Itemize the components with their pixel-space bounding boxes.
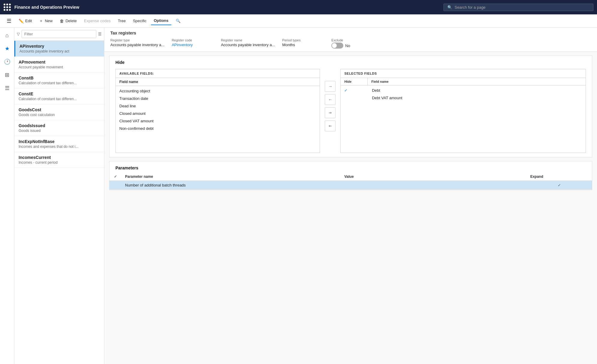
parameters-section: Parameters ✓ Parameter name Value Expand… [109,161,592,190]
period-types-value: Months [282,43,324,47]
move-all-left-button[interactable]: ⇐ [325,121,336,131]
list-item[interactable]: ConstBCalculation of constant tax differ… [14,73,104,88]
fields-layout: AVAILABLE FIELDS: Field name Accounting … [109,65,592,157]
selected-field-name: Debt VAT amount [372,96,582,100]
apps-icon[interactable] [4,4,11,11]
params-check-col: ✓ [109,173,121,181]
param-value[interactable] [341,181,527,190]
selected-fields-columns: Hide Field name [341,78,586,85]
register-code-value: APinventory [172,43,214,47]
exclude-label: Exclude [331,38,350,42]
list-item-sub: Incomes - current period [19,160,100,165]
detail-panel: Tax registers Register type Accounts pay… [104,28,597,364]
available-field-item[interactable]: Closed amount [116,110,320,117]
nav-grid-icon[interactable]: ⊞ [2,70,13,80]
list-item[interactable]: IncExpNotInfBaseIncomes and expenses tha… [14,136,104,152]
hide-section: Hide AVAILABLE FIELDS: Field name Accoun… [109,55,592,157]
arrow-buttons: → ← ⇒ ⇐ [325,69,336,131]
list-item[interactable]: GoodsIssuedGoods issued [14,120,104,136]
search-cmd-button[interactable]: 🔍 [173,17,184,25]
selected-fields-header: SELECTED FIELDS [341,69,586,78]
expense-codes-button[interactable]: Expense codes [81,17,114,25]
nav-recent-icon[interactable]: 🕐 [2,56,13,67]
header-fields: Register type Accounts payable inventory… [110,38,591,52]
list-item[interactable]: GoodsCostGoods cost calculation [14,104,104,120]
register-code-label: Register code [172,38,214,42]
list-item-sub: Calculation of constant tax differen... [19,97,100,101]
command-bar: ☰ ✏️ Edit ＋ New 🗑 Delete Expense codes T… [0,14,597,28]
nav-home-icon[interactable]: ⌂ [2,30,13,41]
tax-registers-title: Tax registers [110,31,591,35]
available-field-item[interactable]: Transaction date [116,95,320,102]
options-button[interactable]: Options [151,16,172,25]
search-placeholder: Search for a page [455,5,485,10]
detail-header: Tax registers Register type Accounts pay… [104,28,597,52]
list-item-title: GoodsIssued [19,123,100,128]
available-fields-list: Accounting objectTransaction dateDead li… [116,86,320,133]
edit-button[interactable]: ✏️ Edit [16,17,35,25]
new-button[interactable]: ＋ New [36,16,55,25]
parameters-table: ✓ Parameter name Value Expand Number of … [109,173,592,190]
list-item-sub: Goods cost calculation [19,113,100,117]
list-item-title: IncomesCurrent [19,155,100,160]
hamburger-button[interactable]: ☰ [4,16,14,26]
side-nav: ⌂ ★ 🕐 ⊞ ☰ [0,28,14,364]
register-type-label: Register type [110,38,165,42]
register-type-value: Accounts payable inventory a... [110,43,165,47]
period-types-field: Period types Months [282,38,324,49]
param-check [109,181,121,190]
list-item-sub: Account payable movement [19,65,100,69]
param-expand: ✓ [527,181,592,190]
search-icon: 🔍 [447,5,452,10]
edit-icon: ✏️ [19,19,24,23]
selected-field-item[interactable]: ✓Debt [341,87,586,94]
specific-button[interactable]: Specific [130,17,150,25]
move-left-button[interactable]: ← [325,94,336,105]
list-item-sub: Incomes and expenses that do not i... [19,145,100,149]
register-type-field: Register type Accounts payable inventory… [110,38,165,49]
list-item-sub: Accounts payable inventory act [19,49,100,53]
hide-check-mark: ✓ [344,88,368,93]
delete-button[interactable]: 🗑 Delete [57,17,80,25]
params-expand-col: Expand [527,173,592,181]
register-name-field: Register name Accounts payable inventory… [221,38,275,49]
available-field-item[interactable]: Closed VAT amount [116,117,320,125]
list-item-sub: Goods issued [19,129,100,133]
available-field-item[interactable]: Accounting object [116,87,320,95]
field-name-col-header: Field name [368,78,395,85]
param-name: Number of additional batch threads [121,181,341,190]
list-item[interactable]: ConstECalculation of constant tax differ… [14,88,104,104]
hide-col-header: Hide [341,78,368,85]
filter-bar: ▽ ☰ [14,28,104,41]
list-item[interactable]: APmovementAccount payable movement [14,57,104,73]
main-layout: ⌂ ★ 🕐 ⊞ ☰ ▽ ☰ APinventoryAccounts payabl… [0,28,597,364]
app-title: Finance and Operations Preview [14,5,440,10]
top-bar: Finance and Operations Preview 🔍 Search … [0,0,597,14]
available-fields-box: AVAILABLE FIELDS: Field name Accounting … [115,69,320,153]
register-code-field: Register code APinventory [172,38,214,49]
available-field-item[interactable]: Dead line [116,102,320,110]
selected-field-name: Debt [372,88,582,93]
tree-button[interactable]: Tree [115,17,129,25]
list-item[interactable]: IncomesCurrentIncomes - current period [14,152,104,168]
search-bar[interactable]: 🔍 Search for a page [443,4,593,11]
parameter-row[interactable]: Number of additional batch threads ✓ [109,181,592,190]
nav-star-icon[interactable]: ★ [2,43,13,54]
exclude-toggle[interactable] [331,43,343,49]
list-item[interactable]: APinventoryAccounts payable inventory ac… [14,41,104,57]
nav-list-icon[interactable]: ☰ [2,83,13,94]
exclude-value: No [345,43,350,48]
available-field-item[interactable]: Non-confirmed debt [116,125,320,132]
parameters-title: Parameters [109,161,592,170]
hide-title: Hide [109,56,592,65]
list-item-title: APinventory [19,44,100,49]
filter-input[interactable] [22,30,96,38]
list-item-title: ConstB [19,76,100,80]
filter-icon[interactable]: ▽ [17,32,20,36]
move-right-button[interactable]: → [325,81,336,92]
list-options-icon[interactable]: ☰ [98,32,102,36]
period-types-label: Period types [282,38,324,42]
move-all-right-button[interactable]: ⇒ [325,107,336,118]
params-name-col: Parameter name [121,173,341,181]
selected-field-item[interactable]: Debt VAT amount [341,94,586,102]
